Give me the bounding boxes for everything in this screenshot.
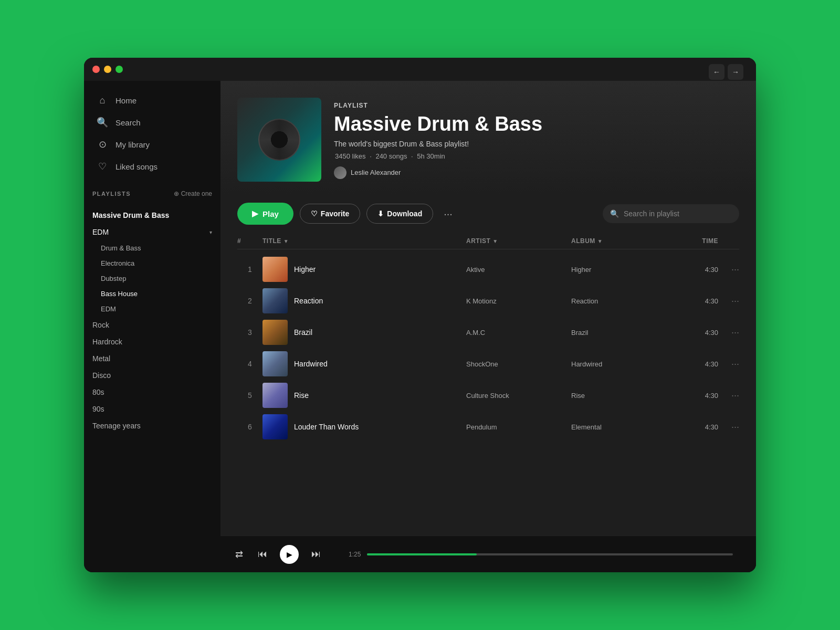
more-options-button[interactable]: ···	[439, 204, 457, 223]
vinyl-overlay	[258, 119, 300, 161]
col-artist[interactable]: Artist ▼	[466, 237, 571, 245]
category-label: Metal	[92, 354, 110, 363]
playlist-meta: 3450 likes · 240 songs · 5h 30min	[334, 152, 739, 160]
plus-icon: ⊕	[174, 190, 179, 197]
col-album[interactable]: Album ▼	[571, 237, 676, 245]
track-info: Higher	[262, 257, 466, 282]
track-time: 4:30	[676, 423, 718, 431]
progress-area: 1:25	[338, 551, 743, 558]
track-thumbnail	[262, 320, 288, 345]
track-number: 2	[237, 297, 262, 305]
sidebar-category-edm[interactable]: EDM ▾	[84, 224, 220, 240]
table-row[interactable]: 6 Louder Than Words Pendulum Elemental 4…	[237, 411, 739, 443]
track-thumbnail	[262, 351, 288, 376]
playlist-desc: The world's biggest Drum & Bass playlist…	[334, 140, 739, 148]
featured-playlist-item[interactable]: Massive Drum & Bass	[84, 207, 220, 224]
track-time: 4:30	[676, 392, 718, 400]
track-more-button[interactable]: ···	[718, 422, 739, 433]
playlists-header: PLAYLISTS ⊕ Create one	[84, 190, 220, 203]
shuffle-button[interactable]: ⇄	[233, 547, 245, 562]
sidebar-category-teenage-years[interactable]: Teenage years	[84, 417, 220, 434]
progress-bar[interactable]	[367, 553, 733, 555]
category-label: Disco	[92, 371, 111, 380]
sidebar-item-label: Home	[116, 96, 136, 105]
track-title: Reaction	[294, 297, 323, 305]
track-album: Higher	[571, 266, 676, 274]
duration: 5h 30min	[417, 152, 445, 160]
track-artist: A.M.C	[466, 329, 571, 337]
track-table: # Title ▼ Artist ▼ Album ▼ Time	[220, 233, 756, 536]
likes-count: 3450 likes	[335, 152, 366, 160]
playlist-title: Massive Drum & Bass	[334, 113, 739, 135]
prev-button[interactable]: ⏮	[256, 547, 269, 562]
player-bar: ⇄ ⏮ ▶ ⏭ 1:25	[220, 536, 756, 572]
owner-name: Leslie Alexander	[351, 169, 401, 176]
sidebar-item-liked[interactable]: ♡ Liked songs	[92, 155, 212, 177]
play-button[interactable]: ▶ Play	[237, 203, 293, 225]
create-one-button[interactable]: ⊕ Create one	[174, 190, 212, 197]
sidebar-category-disco[interactable]: Disco	[84, 367, 220, 384]
favorite-button[interactable]: ♡ Favorite	[300, 204, 360, 224]
sidebar-subitem-bass-house[interactable]: Bass House	[92, 286, 220, 301]
fullscreen-button[interactable]	[116, 66, 123, 73]
track-info: Brazil	[262, 320, 466, 345]
chevron-icon: ▾	[209, 229, 212, 235]
track-more-button[interactable]: ···	[718, 359, 739, 370]
sidebar-category-rock[interactable]: Rock	[84, 317, 220, 333]
track-number: 3	[237, 328, 262, 337]
sidebar-item-library[interactable]: ⊙ My library	[92, 133, 212, 155]
col-title[interactable]: Title ▼	[262, 237, 466, 245]
playlist-search-input[interactable]	[603, 204, 739, 223]
sidebar-subitem-edm[interactable]: EDM	[92, 301, 220, 317]
track-number: 5	[237, 391, 262, 400]
col-time: Time	[676, 237, 718, 245]
library-icon: ⊙	[97, 139, 108, 150]
category-label: Rock	[92, 321, 109, 329]
sidebar-subitem-drum-&-bass[interactable]: Drum & Bass	[92, 240, 220, 256]
playlist-info: PLAYLIST Massive Drum & Bass The world's…	[334, 98, 739, 179]
title-sort-icon: ▼	[284, 238, 289, 244]
table-row[interactable]: 1 Higher Aktive Higher 4:30 ···	[237, 254, 739, 285]
category-label: Hardrock	[92, 338, 122, 346]
search-icon: 🔍	[97, 117, 108, 128]
track-more-button[interactable]: ···	[718, 390, 739, 401]
sidebar-category-hardrock[interactable]: Hardrock	[84, 333, 220, 350]
back-button[interactable]: ←	[709, 64, 724, 80]
main-content: ⌂ Home 🔍 Search ⊙ My library ♡ Liked son…	[84, 81, 756, 572]
track-thumbnail	[262, 383, 288, 408]
track-time: 4:30	[676, 266, 718, 274]
close-button[interactable]	[92, 66, 100, 73]
sidebar-subitem-dubstep[interactable]: Dubstep	[92, 271, 220, 286]
next-button[interactable]: ⏭	[309, 547, 323, 562]
forward-button[interactable]: →	[728, 64, 743, 80]
table-row[interactable]: 3 Brazil A.M.C Brazil 4:30 ···	[237, 317, 739, 348]
table-row[interactable]: 4 Hardwired ShockOne Hardwired 4:30 ···	[237, 348, 739, 380]
category-label: Teenage years	[92, 422, 141, 430]
sidebar-item-search[interactable]: 🔍 Search	[92, 111, 212, 133]
track-time: 4:30	[676, 297, 718, 305]
download-button[interactable]: ⬇ Download	[366, 204, 433, 224]
minimize-button[interactable]	[104, 66, 111, 73]
track-album: Brazil	[571, 329, 676, 337]
table-row[interactable]: 5 Rise Culture Shock Rise 4:30 ···	[237, 380, 739, 411]
owner-avatar	[334, 166, 346, 179]
sidebar-category-80s[interactable]: 80s	[84, 384, 220, 401]
track-more-button[interactable]: ···	[718, 264, 739, 275]
sidebar-item-label: Search	[116, 118, 141, 127]
track-thumbnail	[262, 414, 288, 439]
track-more-button[interactable]: ···	[718, 327, 739, 338]
sidebar-category-90s[interactable]: 90s	[84, 401, 220, 417]
table-row[interactable]: 2 Reaction K Motionz Reaction 4:30 ···	[237, 285, 739, 317]
track-number: 1	[237, 265, 262, 274]
track-time: 4:30	[676, 329, 718, 337]
pause-button[interactable]: ▶	[280, 545, 299, 564]
sidebar-category-metal[interactable]: Metal	[84, 350, 220, 367]
track-album: Rise	[571, 392, 676, 400]
sidebar-item-home[interactable]: ⌂ Home	[92, 89, 212, 111]
track-more-button[interactable]: ···	[718, 296, 739, 307]
download-icon: ⬇	[377, 209, 384, 218]
track-title: Higher	[294, 265, 316, 274]
sidebar-subitem-electronica[interactable]: Electronica	[92, 256, 220, 271]
track-artist: K Motionz	[466, 297, 571, 305]
track-artist: Aktive	[466, 266, 571, 274]
